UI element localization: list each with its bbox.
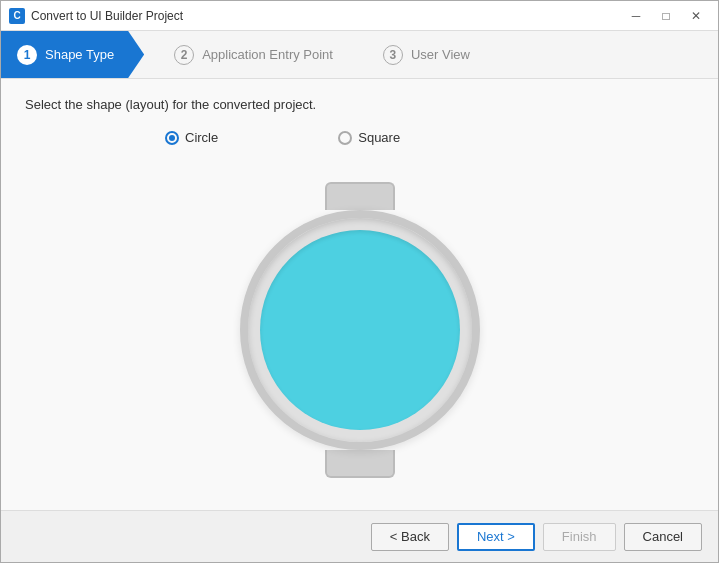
titlebar-title: Convert to UI Builder Project — [31, 9, 622, 23]
back-button[interactable]: < Back — [371, 523, 449, 551]
step-2-entry-point: 2 Application Entry Point — [144, 31, 353, 78]
watch-lug-bottom — [325, 450, 395, 478]
instruction-text: Select the shape (layout) for the conver… — [25, 97, 694, 112]
cancel-button[interactable]: Cancel — [624, 523, 702, 551]
minimize-button[interactable]: ─ — [622, 6, 650, 26]
circle-radio-label: Circle — [185, 130, 218, 145]
finish-button: Finish — [543, 523, 616, 551]
step-1-label: Shape Type — [45, 47, 114, 62]
watch-body — [240, 210, 480, 450]
circle-radio-indicator — [165, 131, 179, 145]
step-1-number: 1 — [17, 45, 37, 65]
radio-group: Circle Square — [165, 130, 694, 145]
square-radio-option[interactable]: Square — [338, 130, 400, 145]
watch-face — [260, 230, 460, 430]
maximize-button[interactable]: □ — [652, 6, 680, 26]
circle-radio-option[interactable]: Circle — [165, 130, 218, 145]
close-button[interactable]: ✕ — [682, 6, 710, 26]
square-radio-label: Square — [358, 130, 400, 145]
step-2-label: Application Entry Point — [202, 47, 333, 62]
step-3-number: 3 — [383, 45, 403, 65]
content-area: Select the shape (layout) for the conver… — [1, 79, 718, 510]
square-radio-indicator — [338, 131, 352, 145]
main-window: C Convert to UI Builder Project ─ □ ✕ 1 … — [0, 0, 719, 563]
titlebar: C Convert to UI Builder Project ─ □ ✕ — [1, 1, 718, 31]
step-1-shape-type: 1 Shape Type — [1, 31, 144, 78]
next-button[interactable]: Next > — [457, 523, 535, 551]
step-2-number: 2 — [174, 45, 194, 65]
step-3-label: User View — [411, 47, 470, 62]
watch-preview — [240, 182, 480, 478]
step-header: 1 Shape Type 2 Application Entry Point 3… — [1, 31, 718, 79]
preview-area — [25, 161, 694, 498]
watch-lug-top — [325, 182, 395, 210]
footer: < Back Next > Finish Cancel — [1, 510, 718, 562]
window-controls: ─ □ ✕ — [622, 6, 710, 26]
step-3-user-view: 3 User View — [353, 31, 490, 78]
app-icon: C — [9, 8, 25, 24]
